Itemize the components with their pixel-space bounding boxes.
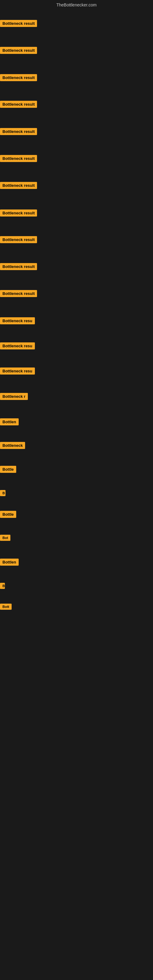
site-title: TheBottlenecker.com	[0, 0, 153, 9]
bottleneck-badge-24[interactable]: Bott	[0, 604, 12, 610]
bottleneck-item-14: Bottleneck resu	[0, 368, 35, 376]
bottleneck-item-4: Bottleneck result	[0, 101, 37, 109]
bottleneck-badge-21[interactable]: Bot	[0, 535, 10, 541]
bottleneck-badge-4[interactable]: Bottleneck result	[0, 101, 37, 108]
bottleneck-item-11: Bottleneck result	[0, 290, 37, 298]
bottleneck-item-10: Bottleneck result	[0, 263, 37, 271]
bottleneck-badge-15[interactable]: Bottleneck r	[0, 393, 28, 400]
bottleneck-badge-20[interactable]: Bottle	[0, 511, 16, 518]
bottleneck-item-21: Bot	[0, 535, 10, 542]
bottleneck-badge-9[interactable]: Bottleneck result	[0, 236, 37, 243]
bottleneck-badge-22[interactable]: Bottlen	[0, 558, 19, 566]
bottleneck-list: Bottleneck resultBottleneck resultBottle…	[0, 9, 153, 958]
bottleneck-item-13: Bottleneck resu	[0, 342, 35, 351]
bottleneck-badge-12[interactable]: Bottleneck resu	[0, 317, 35, 324]
bottleneck-item-9: Bottleneck result	[0, 236, 37, 244]
bottleneck-badge-10[interactable]: Bottleneck result	[0, 263, 37, 270]
bottleneck-badge-1[interactable]: Bottleneck result	[0, 20, 37, 27]
bottleneck-badge-2[interactable]: Bottleneck result	[0, 47, 37, 54]
bottleneck-item-17: Bottleneck	[0, 442, 25, 450]
bottleneck-badge-13[interactable]: Bottleneck resu	[0, 342, 35, 350]
bottleneck-badge-14[interactable]: Bottleneck resu	[0, 368, 35, 375]
bottleneck-badge-6[interactable]: Bottleneck result	[0, 155, 37, 162]
bottleneck-item-2: Bottleneck result	[0, 47, 37, 55]
bottleneck-item-15: Bottleneck r	[0, 393, 28, 401]
bottleneck-item-3: Bottleneck result	[0, 74, 37, 83]
bottleneck-item-7: Bottleneck result	[0, 182, 37, 190]
bottleneck-badge-17[interactable]: Bottleneck	[0, 442, 25, 449]
bottleneck-badge-11[interactable]: Bottleneck result	[0, 290, 37, 297]
bottleneck-badge-19[interactable]: B	[0, 490, 5, 496]
bottleneck-item-16: Bottlen	[0, 418, 19, 426]
bottleneck-badge-5[interactable]: Bottleneck result	[0, 128, 37, 135]
bottleneck-item-8: Bottleneck result	[0, 210, 37, 218]
bottleneck-item-5: Bottleneck result	[0, 128, 37, 136]
bottleneck-item-6: Bottleneck result	[0, 155, 37, 163]
bottleneck-badge-7[interactable]: Bottleneck result	[0, 182, 37, 189]
bottleneck-badge-23[interactable]: B	[0, 583, 5, 589]
bottleneck-item-24: Bott	[0, 604, 12, 611]
bottleneck-badge-8[interactable]: Bottleneck result	[0, 210, 37, 216]
bottleneck-badge-18[interactable]: Bottle	[0, 466, 16, 473]
bottleneck-item-20: Bottle	[0, 511, 16, 519]
bottleneck-badge-3[interactable]: Bottleneck result	[0, 74, 37, 81]
bottleneck-item-22: Bottlen	[0, 558, 19, 567]
bottleneck-item-23: B	[0, 583, 5, 590]
bottleneck-item-19: B	[0, 490, 5, 497]
bottleneck-item-18: Bottle	[0, 466, 16, 474]
bottleneck-item-12: Bottleneck resu	[0, 317, 35, 326]
site-title-container: TheBottlenecker.com	[0, 0, 153, 9]
bottleneck-item-1: Bottleneck result	[0, 20, 37, 28]
bottleneck-badge-16[interactable]: Bottlen	[0, 418, 19, 425]
